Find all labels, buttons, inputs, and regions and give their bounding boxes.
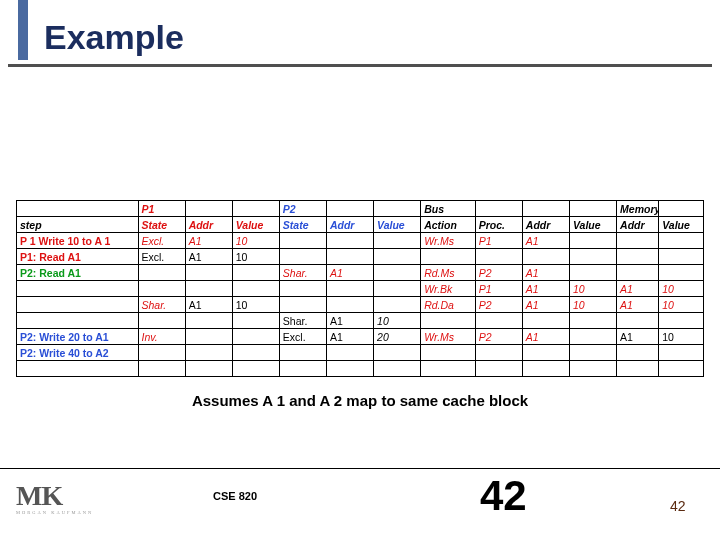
cell (617, 265, 659, 281)
cell (659, 361, 704, 377)
cell: A1 (185, 297, 232, 313)
cell: P2 (475, 297, 522, 313)
cell: P2 (475, 329, 522, 345)
table-row: P1: Read A1 Excl. A1 10 (17, 249, 704, 265)
cell-step (17, 313, 139, 329)
course-code: CSE 820 (0, 490, 470, 502)
cell (374, 265, 421, 281)
slide-note: Assumes A 1 and A 2 map to same cache bl… (0, 392, 720, 409)
cell (617, 361, 659, 377)
cell (659, 313, 704, 329)
cell: A1 (617, 297, 659, 313)
cell-step: P2: Read A1 (17, 265, 139, 281)
cell (374, 297, 421, 313)
cell (326, 361, 373, 377)
table-row: P2: Write 40 to A2 (17, 345, 704, 361)
table-row: Wr.Bk P1 A1 10 A1 10 (17, 281, 704, 297)
cell: Excl. (279, 329, 326, 345)
cell: A1 (185, 233, 232, 249)
cell: Wr.Bk (421, 281, 476, 297)
cell: A1 (326, 313, 373, 329)
h (475, 201, 522, 217)
cell (617, 313, 659, 329)
h (185, 201, 232, 217)
cell (279, 233, 326, 249)
cell (138, 361, 185, 377)
cell: Shar. (279, 265, 326, 281)
cell (522, 313, 569, 329)
cell (569, 233, 616, 249)
cell (475, 345, 522, 361)
col-p1-state: State (138, 217, 185, 233)
cell: A1 (617, 329, 659, 345)
cell: A1 (617, 281, 659, 297)
cell: A1 (522, 281, 569, 297)
cell (279, 345, 326, 361)
cell: 20 (374, 329, 421, 345)
title-accent-bar (18, 0, 28, 60)
cell: A1 (522, 233, 569, 249)
col-bus-action: Action (421, 217, 476, 233)
cell-step (17, 281, 139, 297)
cell: 10 (569, 297, 616, 313)
cell: 10 (659, 297, 704, 313)
cell: Rd.Ms (421, 265, 476, 281)
table-row: P2: Read A1 Shar. A1 Rd.Ms P2 A1 (17, 265, 704, 281)
coherence-table: P1 P2 Bus Memory step State Addr Value S… (16, 200, 704, 377)
cell: Excl. (138, 249, 185, 265)
col-p2-value: Value (374, 217, 421, 233)
cell-step: P1: Read A1 (17, 249, 139, 265)
cell (185, 329, 232, 345)
cell (279, 297, 326, 313)
cell (279, 281, 326, 297)
cell: Shar. (138, 297, 185, 313)
cell (185, 345, 232, 361)
cell (522, 249, 569, 265)
h (374, 201, 421, 217)
cell (138, 313, 185, 329)
cell (569, 361, 616, 377)
cell: A1 (522, 297, 569, 313)
cell: Excl. (138, 233, 185, 249)
cell (374, 249, 421, 265)
cell: P1 (475, 281, 522, 297)
cell (421, 249, 476, 265)
footer-divider (0, 468, 720, 469)
col-p2-state: State (279, 217, 326, 233)
cell: P1 (475, 233, 522, 249)
table-row: P2: Write 20 to A1 Inv. Excl. A1 20 Wr.M… (17, 329, 704, 345)
table-row: Shar. A1 10 (17, 313, 704, 329)
cell (617, 233, 659, 249)
cell (185, 361, 232, 377)
slide-title: Example (44, 18, 184, 57)
col-group-p2: P2 (279, 201, 326, 217)
cell (421, 313, 476, 329)
cell: 10 (569, 281, 616, 297)
logo-subtext: MORGAN KAUFMANN (16, 510, 93, 515)
cell-step: P 1 Write 10 to A 1 (17, 233, 139, 249)
cell (569, 329, 616, 345)
cell: A1 (326, 265, 373, 281)
cell (232, 313, 279, 329)
cell (569, 249, 616, 265)
cell: A1 (326, 329, 373, 345)
col-step-label: step (17, 217, 139, 233)
cell (374, 361, 421, 377)
cell (279, 361, 326, 377)
cell: A1 (522, 265, 569, 281)
col-group-bus: Bus (421, 201, 476, 217)
cell: Shar. (279, 313, 326, 329)
h (522, 201, 569, 217)
cell (569, 313, 616, 329)
cell: A1 (522, 329, 569, 345)
cell (617, 249, 659, 265)
slide-number-large: 42 (480, 472, 527, 520)
h (569, 201, 616, 217)
table-row: Shar. A1 10 Rd.Da P2 A1 10 A1 10 (17, 297, 704, 313)
cell (421, 361, 476, 377)
cell (522, 345, 569, 361)
table-header-row: step State Addr Value State Addr Value A… (17, 217, 704, 233)
col-p2-addr: Addr (326, 217, 373, 233)
col-bus-value: Value (569, 217, 616, 233)
cell: A1 (185, 249, 232, 265)
